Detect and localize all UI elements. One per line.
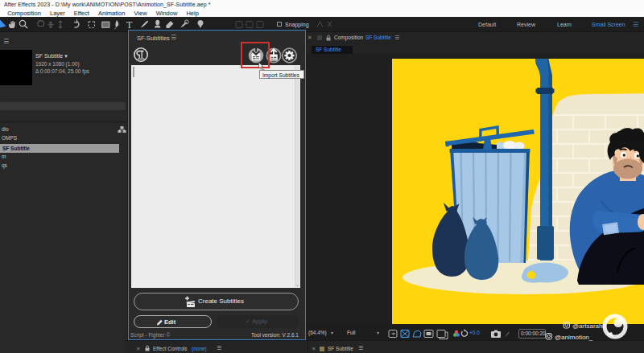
svg-text:@animotion_: @animotion_ (555, 334, 593, 341)
svg-text:T: T (126, 19, 133, 31)
